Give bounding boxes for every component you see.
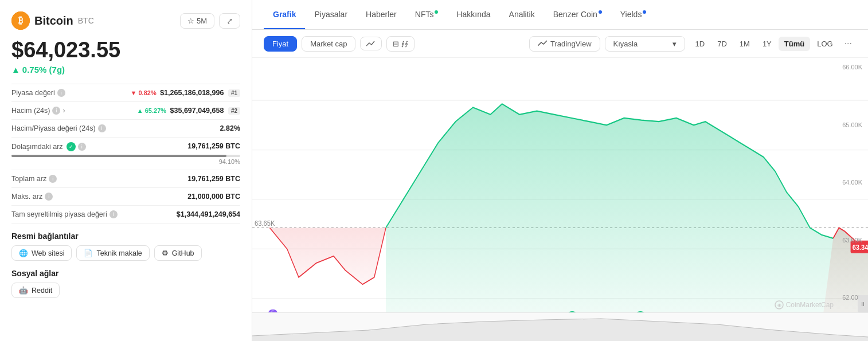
piyasa-degeri-row: Piyasa değeri i ▼ 0.82% $1,265,186,018,9… [11, 84, 240, 102]
hacim-label: Hacim (24s) i › [11, 107, 65, 115]
supply-pct: 94.10% [11, 158, 240, 165]
change-pct: 0.75% (7g) [22, 65, 65, 75]
nfts-dot [435, 10, 438, 14]
coinmarketcap-watermark: ◉ CoinMarketCap [775, 300, 834, 309]
hacim-info[interactable]: i [52, 107, 60, 115]
maks-row: Maks. arz i 21,000,000 BTC [11, 188, 240, 206]
candle-chart-button[interactable]: ⊟ ∮∮ [386, 36, 415, 52]
chart-area: 63.65K 63.34K 66.00K 65.00K 64.00K 63.00… [252, 58, 868, 341]
tab-grafik[interactable]: Grafik [264, 1, 305, 29]
time-1d[interactable]: 1D [690, 37, 711, 51]
svg-text:◉: ◉ [777, 303, 781, 308]
y-label-64: 64.00K [842, 179, 862, 186]
time-7d[interactable]: 7D [711, 37, 733, 51]
nav-tabs: Grafik Piyasalar Haberler NFTs Hakkında … [252, 0, 868, 30]
change-arrow: ▲ [11, 65, 20, 75]
hacim-piyasa-value: 2.82% [220, 124, 240, 132]
maks-label: Maks. arz i [11, 193, 53, 201]
time-tumu[interactable]: Tümü [779, 37, 810, 51]
coin-symbol: BTC [78, 16, 94, 25]
toplam-value: 19,761,259 BTC [187, 175, 240, 183]
yields-dot [643, 10, 646, 14]
chevron-down-icon: ▾ [672, 40, 677, 48]
social-row: 🤖 Reddit [11, 283, 240, 298]
coin-name: Bitcoin [34, 14, 73, 28]
time-1m[interactable]: 1M [734, 37, 756, 51]
tab-hakkinda[interactable]: Hakkında [447, 1, 499, 29]
panel-toggle[interactable]: ⏸ [858, 295, 868, 312]
y-label-63: 63.00K [842, 237, 862, 244]
benzer-dot [599, 10, 602, 14]
tam-label: Tam seyreltilmiş piyasa değeri i [11, 210, 118, 218]
toplam-info[interactable]: i [49, 175, 57, 183]
hacim-row: Hacim (24s) i › ▲ 65.27% $35,697,049,658… [11, 102, 240, 120]
whitepaper-link[interactable]: 📄 Teknik makale [76, 245, 149, 261]
stats-table: Piyasa değeri i ▼ 0.82% $1,265,186,018,9… [11, 84, 240, 224]
dolasim-info[interactable]: i [78, 143, 86, 151]
time-log[interactable]: LOG [811, 37, 838, 51]
time-buttons: 1D 7D 1M 1Y Tümü LOG ··· [690, 36, 857, 52]
tab-benzer-coin[interactable]: Benzer Coin [544, 1, 611, 29]
maks-value: 21,000,000 BTC [187, 193, 240, 201]
line-chart-button[interactable] [360, 37, 382, 50]
website-link[interactable]: 🌐 Web sitesi [11, 245, 72, 261]
kiyasla-button[interactable]: Kıyasla ▾ [605, 36, 685, 52]
dolasim-value: 19,761,259 BTC [187, 142, 240, 151]
tam-info[interactable]: i [110, 210, 118, 218]
reddit-link[interactable]: 🤖 Reddit [11, 283, 60, 298]
supply-bar [11, 155, 240, 157]
toggle-icon: ⏸ [860, 301, 866, 307]
time-1y[interactable]: 1Y [757, 37, 777, 51]
maks-info[interactable]: i [45, 193, 53, 201]
document-icon: 📄 [84, 249, 93, 257]
hacim-piyasa-row: Hacim/Piyasa değeri (24s) i 2.82% [11, 120, 240, 138]
y-label-66: 66.00K [842, 64, 862, 70]
tab-nfts[interactable]: NFTs [406, 1, 448, 29]
mini-chart [252, 312, 868, 341]
market-cap-button[interactable]: Market cap [302, 36, 355, 52]
y-axis: 66.00K 65.00K 64.00K 63.00K 62.00K [842, 58, 862, 307]
candle-icon: ⊟ [393, 40, 399, 48]
coin-header: ₿ Bitcoin BTC ☆ 5M ⤤ [11, 11, 240, 30]
right-panel: Grafik Piyasalar Haberler NFTs Hakkında … [252, 0, 868, 341]
supply-fill [11, 155, 226, 157]
svg-text:63.65K: 63.65K [255, 219, 275, 228]
hacim-value: ▲ 65.27% $35,697,049,658 #2 [137, 107, 240, 115]
tradingview-icon [538, 40, 547, 47]
links-section-title: Resmi bağlantılar [11, 232, 240, 241]
current-price: $64,023.55 [11, 38, 240, 62]
more-options-button[interactable]: ··· [840, 36, 857, 52]
tab-piyasalar[interactable]: Piyasalar [305, 1, 357, 29]
dolasim-row: Dolaşımdaki arz ✓ i 19,761,259 BTC 94.10… [11, 138, 240, 170]
toplam-row: Toplam arz i 19,761,259 BTC [11, 170, 240, 188]
hacim-piyasa-label: Hacim/Piyasa değeri (24s) i [11, 124, 106, 132]
bitcoin-logo: ₿ [11, 11, 30, 30]
left-panel: ₿ Bitcoin BTC ☆ 5M ⤤ $64,023.55 ▲ [0, 0, 252, 341]
hacim-expand[interactable]: › [62, 107, 65, 115]
globe-icon: 🌐 [19, 249, 28, 257]
social-section-title: Sosyal ağlar [11, 269, 240, 278]
share-button[interactable]: ⤤ [219, 13, 240, 29]
reddit-icon: 🤖 [19, 286, 28, 295]
github-icon: ⚙ [162, 249, 169, 257]
hacim-piyasa-info[interactable]: i [98, 124, 106, 132]
tab-analitik[interactable]: Analitik [500, 1, 544, 29]
svg-text:₿: ₿ [18, 15, 23, 25]
fiyat-button[interactable]: Fiyat [264, 36, 297, 52]
watchlist-button[interactable]: ☆ 5M [180, 13, 214, 29]
y-label-65: 65.00K [842, 121, 862, 128]
tradingview-button[interactable]: TradingView [529, 36, 600, 52]
piyasa-degeri-info[interactable]: i [57, 89, 65, 97]
price-display: $64,023.55 ▲ 0.75% (7g) [11, 38, 240, 84]
links-row: 🌐 Web sitesi 📄 Teknik makale ⚙ GitHub [11, 245, 240, 261]
piyasa-degeri-value: ▼ 0.82% $1,265,186,018,996 #1 [131, 89, 240, 97]
star-icon: ☆ [187, 17, 194, 25]
tab-yields[interactable]: Yields [611, 1, 656, 29]
tam-row: Tam seyreltilmiş piyasa değeri i $1,344,… [11, 206, 240, 224]
github-link[interactable]: ⚙ GitHub [154, 245, 202, 261]
tab-haberler[interactable]: Haberler [357, 1, 406, 29]
watchlist-count: 5M [197, 17, 207, 25]
price-change-badge: ▲ 0.75% (7g) [11, 65, 65, 75]
coin-actions: ☆ 5M ⤤ [180, 13, 240, 29]
tam-value: $1,344,491,249,654 [177, 210, 240, 218]
